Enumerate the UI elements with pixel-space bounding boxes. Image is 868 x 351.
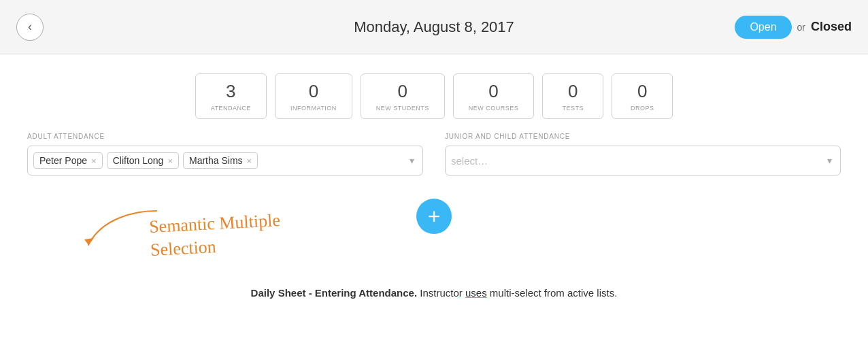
annotation-arrow — [82, 204, 170, 258]
chevron-left-icon: ‹ — [28, 20, 32, 34]
stat-label: INFORMATION — [290, 105, 337, 112]
plus-icon: + — [428, 205, 441, 227]
junior-multiselect[interactable]: select… ▾ — [445, 146, 841, 176]
tag-remove-peter[interactable]: × — [91, 156, 97, 166]
stat-number: 3 — [226, 81, 235, 102]
tag-label: Clifton Long — [113, 155, 164, 166]
tag-label: Martha Sims — [189, 155, 243, 166]
stat-box-new-students[interactable]: 0NEW STUDENTS — [361, 73, 445, 119]
stats-row: 3ATENDANCE0INFORMATION0NEW STUDENTS0NEW … — [0, 73, 868, 119]
stat-box-atendance[interactable]: 3ATENDANCE — [195, 73, 267, 119]
stat-number: 0 — [637, 81, 647, 102]
junior-placeholder: select… — [451, 155, 488, 167]
stat-label: TESTS — [563, 105, 584, 112]
tag-martha-sims[interactable]: Martha Sims × — [183, 152, 258, 169]
footer-normal: Instructor uses multi-select from active… — [420, 287, 617, 299]
adult-dropdown-arrow[interactable]: ▾ — [407, 155, 417, 166]
junior-attendance-block: JUNIOR AND CHILD ATTENDANCE select… ▾ — [445, 133, 841, 176]
stat-box-tests[interactable]: 0TESTS — [542, 73, 603, 119]
stat-box-information[interactable]: 0INFORMATION — [275, 73, 352, 119]
or-label: or — [797, 22, 805, 33]
open-button[interactable]: Open — [735, 16, 791, 39]
tag-label: Peter Pope — [39, 155, 87, 166]
header: ‹ Monday, August 8, 2017 Open or Closed — [0, 0, 868, 54]
tag-remove-martha[interactable]: × — [247, 156, 252, 166]
stat-number: 0 — [398, 81, 407, 102]
junior-attendance-label: JUNIOR AND CHILD ATTENDANCE — [445, 133, 841, 140]
adult-attendance-block: ADULT ATTENDANCE Peter Pope × Clifton Lo… — [27, 133, 423, 176]
stat-number: 0 — [309, 81, 318, 102]
stat-label: NEW STUDENTS — [376, 105, 429, 112]
footer-caption: Daily Sheet - Entering Attendance. Instr… — [0, 287, 868, 299]
stat-label: DROPS — [631, 105, 654, 112]
add-button[interactable]: + — [416, 199, 452, 234]
stat-number: 0 — [488, 81, 498, 102]
stat-label: NEW COURSES — [469, 105, 519, 112]
svg-marker-0 — [84, 238, 94, 245]
tag-remove-clifton[interactable]: × — [167, 156, 173, 166]
adult-multiselect[interactable]: Peter Pope × Clifton Long × Martha Sims … — [27, 146, 423, 176]
attendance-section: ADULT ATTENDANCE Peter Pope × Clifton Lo… — [0, 133, 868, 176]
footer-bold: Daily Sheet - Entering Attendance. — [251, 287, 418, 299]
closed-button[interactable]: Closed — [811, 20, 852, 34]
open-closed-toggle: Open or Closed — [735, 16, 852, 39]
header-title: Monday, August 8, 2017 — [354, 18, 514, 36]
adult-attendance-label: ADULT ATTENDANCE — [27, 133, 423, 140]
annotation-area: Semantic Multiple Selection + — [27, 192, 841, 273]
tag-clifton-long[interactable]: Clifton Long × — [107, 152, 179, 169]
back-button[interactable]: ‹ — [16, 14, 44, 41]
stat-box-new-courses[interactable]: 0NEW COURSES — [453, 73, 535, 119]
stat-number: 0 — [568, 81, 578, 102]
stat-box-drops[interactable]: 0DROPS — [612, 73, 673, 119]
junior-dropdown-arrow[interactable]: ▾ — [824, 155, 835, 166]
stat-label: ATENDANCE — [211, 105, 251, 112]
tag-peter-pope[interactable]: Peter Pope × — [33, 152, 103, 169]
